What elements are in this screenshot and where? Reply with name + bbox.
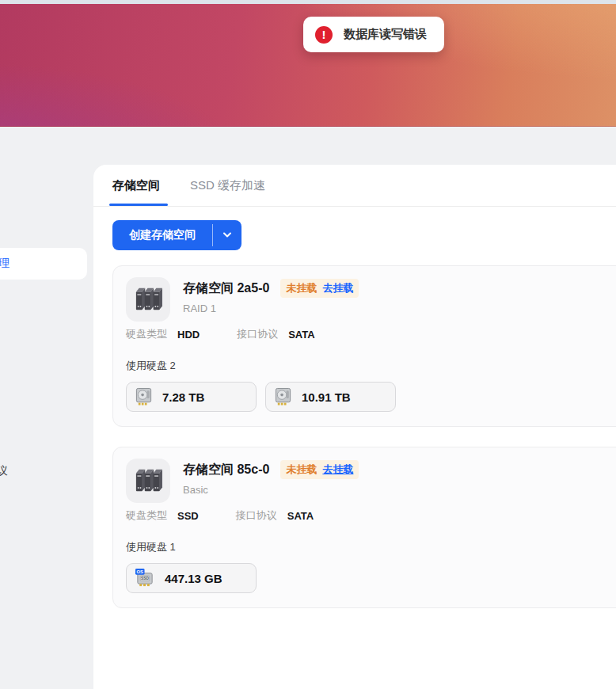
storage-pool-icon <box>126 459 170 503</box>
sidebar-item-storage-manage[interactable]: 理 <box>0 248 87 280</box>
protocol-value: SATA <box>287 510 314 522</box>
os-badge: OS <box>137 569 143 574</box>
hdd-icon <box>135 387 153 406</box>
screen: ! 数据库读写错误 理 议 存储空间 SSD 缓存加速 创建存储空间 <box>0 0 616 689</box>
disk-type-label: 硬盘类型 <box>126 508 167 523</box>
storage-pool-card: 存储空间 85c-0 未挂载 去挂载 Basic 硬盘类型 SSD 接口协议 <box>112 447 616 608</box>
raid-level: RAID 1 <box>183 303 359 314</box>
tab-bar: 存储空间 SSD 缓存加速 <box>93 165 616 207</box>
disk-size: 10.91 TB <box>302 390 351 404</box>
mount-status-badge: 未挂载 去挂载 <box>280 279 359 298</box>
disk-size: 447.13 GB <box>165 572 222 585</box>
protocol-label: 接口协议 <box>236 508 277 523</box>
tab-content: 创建存储空间 <box>93 207 616 608</box>
raid-level: Basic <box>183 484 359 496</box>
disk-chip: 10.91 TB <box>265 382 396 412</box>
drive-stack-icon <box>133 467 163 494</box>
hdd-icon <box>274 387 292 406</box>
tab-ssd-cache[interactable]: SSD 缓存加速 <box>190 165 265 206</box>
create-storage-button[interactable]: 创建存储空间 <box>112 220 212 250</box>
disk-size: 7.28 TB <box>162 390 204 404</box>
create-storage-dropdown-button[interactable] <box>213 220 241 250</box>
disk-chip: 7.28 TB <box>126 382 257 412</box>
tab-storage-space[interactable]: 存储空间 <box>112 165 160 206</box>
disk-chip: SSD OS 447.13 GB <box>126 563 257 593</box>
sidebar-item-label: 理 <box>0 257 10 271</box>
error-icon: ! <box>315 26 333 44</box>
error-toast: ! 数据库读写错误 <box>303 17 444 52</box>
chevron-down-icon <box>222 232 232 238</box>
protocol-label: 接口协议 <box>237 327 278 341</box>
status-unmounted: 未挂载 <box>286 281 317 295</box>
disk-type-value: HDD <box>177 329 200 341</box>
protocol-value: SATA <box>288 329 314 341</box>
disk-type-value: SSD <box>177 510 199 522</box>
storage-pool-icon <box>126 277 170 322</box>
mount-status-badge: 未挂载 去挂载 <box>280 460 359 479</box>
create-storage-split-button: 创建存储空间 <box>112 220 241 250</box>
storage-pool-card: 存储空间 2a5-0 未挂载 去挂载 RAID 1 硬盘类型 HDD 接口协议 <box>112 265 616 427</box>
status-unmounted: 未挂载 <box>286 463 317 477</box>
ssd-os-icon: SSD OS <box>135 568 155 588</box>
main-panel: 存储空间 SSD 缓存加速 创建存储空间 <box>93 165 616 689</box>
disks-used-label: 使用硬盘 2 <box>126 359 616 373</box>
error-toast-message: 数据库读写错误 <box>344 27 427 42</box>
pool-title: 存储空间 85c-0 <box>183 462 269 478</box>
ssd-icon-label: SSD <box>141 577 149 581</box>
disks-used-label: 使用硬盘 1 <box>126 540 616 554</box>
pool-title: 存储空间 2a5-0 <box>183 280 269 297</box>
drive-stack-icon <box>133 286 163 313</box>
mount-action-link[interactable]: 去挂载 <box>322 463 353 477</box>
disk-type-label: 硬盘类型 <box>126 327 167 341</box>
mount-action-link[interactable]: 去挂载 <box>322 281 353 295</box>
sidebar-item-protocol[interactable]: 议 <box>0 464 8 478</box>
